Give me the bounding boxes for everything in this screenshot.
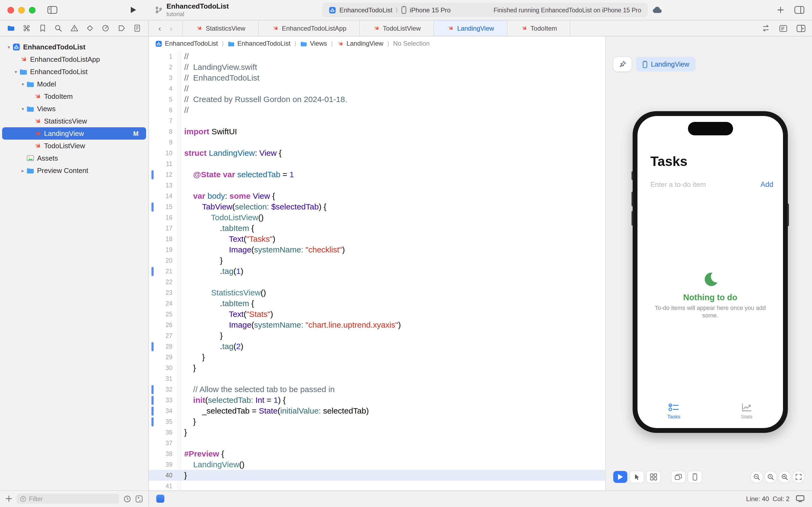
zoom-out-button[interactable] xyxy=(751,471,763,483)
line-number[interactable]: 8 xyxy=(149,126,172,137)
line-number[interactable]: 17 xyxy=(149,223,172,234)
code-line[interactable]: 23 StatisticsView() xyxy=(149,287,605,298)
line-number[interactable]: 34 xyxy=(149,405,172,416)
cloud-activity-icon[interactable] xyxy=(652,6,663,14)
line-number[interactable]: 39 xyxy=(149,459,172,470)
source-control-navigator-icon[interactable] xyxy=(23,24,31,32)
device-settings-button[interactable] xyxy=(671,471,685,483)
disclosure-triangle[interactable]: ▾ xyxy=(19,106,26,111)
sidebar-item-preview-content[interactable]: ▸Preview Content xyxy=(0,164,148,177)
breadcrumb-item-no-selection[interactable]: No Selection xyxy=(393,40,429,47)
sidebar-item-enhancedtodolist[interactable]: ▾EnhancedTodoList xyxy=(0,65,148,78)
line-number[interactable]: 40 xyxy=(149,470,172,481)
code-line[interactable]: 18 Text("Tasks") xyxy=(149,234,605,244)
code-line[interactable]: 41 xyxy=(149,481,605,490)
editor-tab-enhancedtodolistapp[interactable]: EnhancedTodoListApp xyxy=(259,20,360,36)
add-todo-button[interactable]: Add xyxy=(760,180,773,188)
zoom-in-button[interactable] xyxy=(779,471,791,483)
add-editor-button[interactable] xyxy=(797,24,806,32)
breadcrumb-item-enhancedtodolist[interactable]: EnhancedTodoList xyxy=(155,40,218,47)
code-line[interactable]: 6// xyxy=(149,105,605,115)
variants-button[interactable] xyxy=(647,471,660,483)
line-number[interactable]: 36 xyxy=(149,427,172,438)
scheme-name[interactable]: EnhancedTodoList xyxy=(339,6,393,14)
project-navigator-icon[interactable] xyxy=(7,24,15,32)
code-line[interactable]: 29 } xyxy=(149,352,605,362)
line-number[interactable]: 3 xyxy=(149,72,172,83)
code-line[interactable]: 17 .tabItem { xyxy=(149,223,605,234)
sidebar-item-statisticsview[interactable]: StatisticsView xyxy=(0,115,148,127)
fullscreen-button[interactable] xyxy=(29,7,36,13)
line-number[interactable]: 11 xyxy=(149,158,172,169)
sidebar-item-model[interactable]: ▾Model xyxy=(0,78,148,90)
breadcrumb-item-landingview[interactable]: LandingView xyxy=(337,40,383,47)
close-button[interactable] xyxy=(7,7,14,13)
line-number[interactable]: 13 xyxy=(149,180,172,191)
line-number[interactable]: 25 xyxy=(149,309,172,320)
adjust-editor-options-button[interactable] xyxy=(779,24,787,32)
code-line[interactable]: 13 xyxy=(149,180,605,191)
code-line[interactable]: 37 xyxy=(149,438,605,448)
minimize-button[interactable] xyxy=(18,7,25,13)
line-number[interactable]: 32 xyxy=(149,384,172,395)
toolbar-add-button[interactable] xyxy=(777,6,784,13)
code-line[interactable]: 27 } xyxy=(149,330,605,341)
line-number[interactable]: 21 xyxy=(149,266,172,277)
preview-device-button[interactable] xyxy=(688,471,702,483)
line-number[interactable]: 6 xyxy=(149,105,172,115)
line-number[interactable]: 23 xyxy=(149,287,172,298)
code-line[interactable]: 40} xyxy=(149,470,605,481)
code-line[interactable]: 24 .tabItem { xyxy=(149,298,605,309)
forward-button[interactable]: › xyxy=(170,23,172,33)
line-number[interactable]: 22 xyxy=(149,277,172,287)
add-file-button[interactable] xyxy=(5,495,12,502)
debug-navigator-icon[interactable] xyxy=(102,24,110,32)
zoom-actual-button[interactable] xyxy=(765,471,776,483)
back-button[interactable]: ‹ xyxy=(159,23,161,33)
recent-files-filter-button[interactable] xyxy=(123,495,131,502)
code-line[interactable]: 38#Preview { xyxy=(149,448,605,459)
line-number[interactable]: 29 xyxy=(149,352,172,362)
disclosure-triangle[interactable]: ▾ xyxy=(5,44,12,50)
code-line[interactable]: 26 Image(systemName: "chart.line.uptrend… xyxy=(149,320,605,330)
code-line[interactable]: 21 .tag(1) xyxy=(149,266,605,277)
code-line[interactable]: 32 // Allow the selected tab to be passe… xyxy=(149,384,605,395)
pin-preview-button[interactable] xyxy=(613,57,632,71)
line-number[interactable]: 1 xyxy=(149,51,172,62)
editor-tab-todoitem[interactable]: TodoItem xyxy=(508,20,571,36)
line-number[interactable]: 20 xyxy=(149,255,172,266)
code-line[interactable]: 10struct LandingView: View { xyxy=(149,148,605,158)
line-number[interactable]: 18 xyxy=(149,234,172,244)
editor-tab-statisticsview[interactable]: StatisticsView xyxy=(182,20,259,36)
line-number[interactable]: 35 xyxy=(149,416,172,427)
code-line[interactable]: 20 } xyxy=(149,255,605,266)
editor-tab-todolistview[interactable]: TodoListView xyxy=(360,20,434,36)
line-number[interactable]: 33 xyxy=(149,395,172,405)
line-number[interactable]: 14 xyxy=(149,191,172,202)
sidebar-item-enhancedtodolist[interactable]: ▾EnhancedTodoList xyxy=(0,41,148,53)
line-number[interactable]: 24 xyxy=(149,298,172,309)
code-line[interactable]: 19 Image(systemName: "checklist") xyxy=(149,244,605,255)
code-line[interactable]: 11 xyxy=(149,158,605,169)
app-tab-stats[interactable]: Stats xyxy=(710,403,783,419)
run-button[interactable] xyxy=(129,6,137,14)
code-line[interactable]: 31 xyxy=(149,373,605,384)
bookmarks-navigator-icon[interactable] xyxy=(39,24,47,32)
breadcrumb-item-views[interactable]: Views xyxy=(300,40,327,47)
sidebar-item-landingview[interactable]: LandingViewM xyxy=(2,127,146,139)
code-line[interactable]: 8import SwiftUI xyxy=(149,126,605,137)
line-number[interactable]: 27 xyxy=(149,330,172,341)
code-line[interactable]: 33 init(selectedTab: Int = 1) { xyxy=(149,395,605,405)
toggle-navigator-button[interactable] xyxy=(47,6,57,14)
code-line[interactable]: 30 } xyxy=(149,362,605,373)
tests-navigator-icon[interactable] xyxy=(86,24,94,32)
line-number[interactable]: 9 xyxy=(149,137,172,148)
run-destination[interactable]: iPhone 15 Pro xyxy=(410,6,451,14)
code-line[interactable]: 3// EnhancedTodoList xyxy=(149,72,605,83)
line-number[interactable]: 31 xyxy=(149,373,172,384)
code-line[interactable]: 25 Text("Stats") xyxy=(149,309,605,320)
code-line[interactable]: 22 xyxy=(149,277,605,287)
filter-field[interactable]: Filter xyxy=(17,494,119,504)
line-number[interactable]: 5 xyxy=(149,94,172,105)
code-line[interactable]: 39 LandingView() xyxy=(149,459,605,470)
